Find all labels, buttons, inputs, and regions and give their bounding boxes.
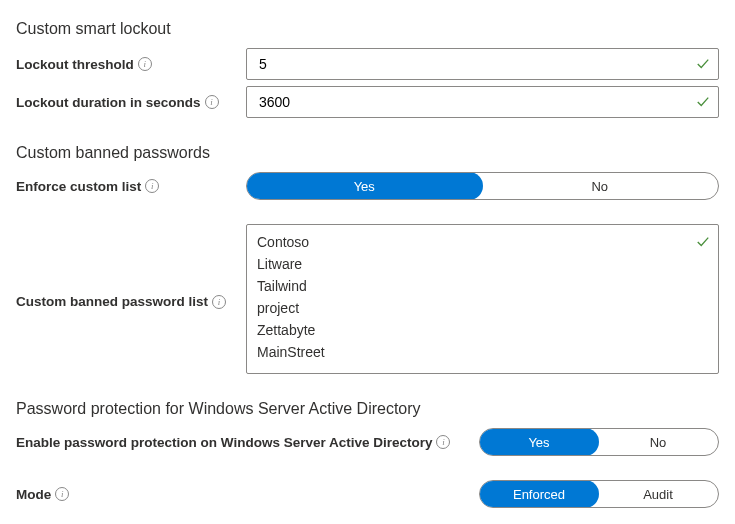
- enforce-no-option[interactable]: No: [482, 173, 719, 199]
- info-icon[interactable]: i: [145, 179, 159, 193]
- info-icon[interactable]: i: [55, 487, 69, 501]
- enable-ad-label: Enable password protection on Windows Se…: [16, 435, 479, 450]
- section-title-lockout: Custom smart lockout: [16, 20, 719, 38]
- banned-password-list[interactable]: ContosoLitwareTailwindprojectZettabyteMa…: [246, 224, 719, 374]
- check-icon: [696, 57, 710, 71]
- mode-label: Mode i: [16, 487, 479, 502]
- label-text: Enforce custom list: [16, 179, 141, 194]
- info-icon[interactable]: i: [212, 295, 226, 309]
- mode-toggle[interactable]: Enforced Audit: [479, 480, 719, 508]
- label-text: Enable password protection on Windows Se…: [16, 435, 432, 450]
- lockout-duration-input-wrap: [246, 86, 719, 118]
- info-icon[interactable]: i: [138, 57, 152, 71]
- enforce-list-label: Enforce custom list i: [16, 179, 246, 194]
- label-text: Lockout duration in seconds: [16, 95, 201, 110]
- info-icon[interactable]: i: [436, 435, 450, 449]
- lockout-threshold-input-wrap: [246, 48, 719, 80]
- enforce-list-toggle[interactable]: Yes No: [246, 172, 719, 200]
- mode-enforced-option[interactable]: Enforced: [479, 480, 599, 508]
- section-title-banned: Custom banned passwords: [16, 144, 719, 162]
- banned-list-label: Custom banned password list i: [16, 224, 246, 309]
- info-icon[interactable]: i: [205, 95, 219, 109]
- label-text: Mode: [16, 487, 51, 502]
- banned-list-item: Zettabyte: [257, 319, 690, 341]
- enable-ad-no-option[interactable]: No: [598, 429, 718, 455]
- check-icon: [696, 95, 710, 109]
- label-text: Custom banned password list: [16, 294, 208, 309]
- check-icon: [696, 235, 710, 249]
- label-text: Lockout threshold: [16, 57, 134, 72]
- mode-audit-option[interactable]: Audit: [598, 481, 718, 507]
- lockout-duration-input[interactable]: [257, 93, 688, 111]
- banned-list-item: project: [257, 297, 690, 319]
- enable-ad-yes-option[interactable]: Yes: [479, 428, 599, 456]
- lockout-duration-label: Lockout duration in seconds i: [16, 95, 246, 110]
- banned-list-item: Litware: [257, 253, 690, 275]
- lockout-threshold-label: Lockout threshold i: [16, 57, 246, 72]
- enable-ad-toggle[interactable]: Yes No: [479, 428, 719, 456]
- banned-list-item: Contoso: [257, 231, 690, 253]
- section-title-ad: Password protection for Windows Server A…: [16, 400, 719, 418]
- lockout-threshold-input[interactable]: [257, 55, 688, 73]
- enforce-yes-option[interactable]: Yes: [246, 172, 483, 200]
- banned-list-item: MainStreet: [257, 341, 690, 363]
- banned-list-item: Tailwind: [257, 275, 690, 297]
